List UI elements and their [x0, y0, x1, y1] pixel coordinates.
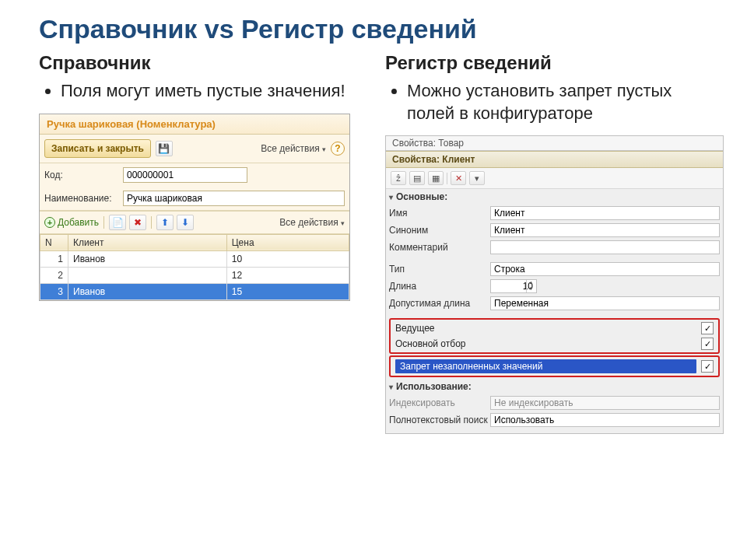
window-title: Ручка шариковая (Номенклатура) [40, 114, 349, 135]
cell-price: 10 [226, 250, 349, 267]
prop-length-label: Длина [389, 281, 490, 292]
cell-client [68, 267, 227, 283]
prop-type-value[interactable]: Строка [490, 262, 720, 276]
chevron-down-icon[interactable]: ▾ [469, 171, 485, 185]
noempty-checkbox[interactable]: ✓ [701, 360, 714, 373]
column-header-price[interactable]: Цена [226, 234, 349, 250]
column-header-client[interactable]: Клиент [68, 234, 227, 250]
collapse-icon: ▾ [389, 193, 393, 201]
delete-icon[interactable]: ✖ [129, 215, 146, 230]
right-subtitle: Регистр сведений [385, 52, 716, 74]
group-usage-label: Использование: [396, 381, 472, 392]
left-subtitle: Справочник [39, 52, 377, 74]
cell-client: Иванов [68, 250, 227, 267]
grid-toolbar: + Добавить 📄 ✖ ⬆ ⬇ Все действия ▾ [40, 211, 349, 234]
prop-name-value[interactable]: Клиент [490, 206, 720, 220]
cell-n: 3 [40, 283, 68, 299]
prop-comment-value[interactable] [490, 240, 720, 254]
save-close-button[interactable]: Записать и закрыть [44, 139, 151, 158]
cell-client: Иванов [68, 283, 227, 299]
group-usage[interactable]: ▾ Использование: [386, 379, 723, 394]
prop-fts-label: Полнотекстовый поиск [389, 415, 490, 425]
up-icon[interactable]: ⬆ [156, 215, 174, 230]
highlight-box-noempty: Запрет незаполненных значений ✓ [389, 355, 720, 377]
column-header-n[interactable]: N [40, 234, 68, 250]
grid-all-actions-dropdown[interactable]: Все действия ▾ [279, 217, 345, 228]
leading-checkbox[interactable]: ✓ [701, 322, 714, 334]
prop-index-label: Индексировать [389, 397, 490, 408]
plus-icon: + [44, 217, 55, 228]
prop-name-label: Имя [389, 208, 490, 219]
group-main[interactable]: ▾ Основные: [386, 189, 723, 205]
save-icon[interactable]: 💾 [156, 141, 173, 156]
code-label: Код: [44, 170, 118, 180]
cell-n: 1 [40, 250, 68, 267]
tab-goods[interactable]: Свойства: Товар [386, 136, 723, 151]
mainfilter-checkbox[interactable]: ✓ [701, 338, 714, 350]
categorize-icon[interactable]: ▤ [409, 171, 425, 185]
sort-icon[interactable]: ẑ [391, 171, 406, 185]
prop-allowedlen-value[interactable]: Переменная [490, 296, 720, 310]
noempty-label: Запрет незаполненных значений [395, 359, 696, 373]
chevron-down-icon: ▾ [322, 145, 326, 153]
prop-length-value[interactable]: 10 ▲▼ [490, 279, 537, 293]
properties-palette: Свойства: Товар Свойства: Клиент ẑ ▤ ▦ ✕… [385, 135, 724, 434]
prop-index-value: Не индексировать [490, 396, 720, 410]
prop-type-label: Тип [389, 264, 490, 275]
all-actions-dropdown[interactable]: Все действия ▾ [261, 143, 326, 154]
grid-all-actions-label: Все действия [279, 217, 338, 228]
add-button[interactable]: + Добавить [44, 217, 99, 228]
prop-allowedlen-label: Допустимая длина [389, 298, 490, 309]
clear-icon[interactable]: ✕ [451, 171, 466, 185]
name-input[interactable] [123, 191, 345, 206]
filter-icon[interactable]: ▦ [428, 171, 444, 185]
all-actions-label: Все действия [261, 143, 319, 154]
add-label: Добавить [58, 217, 99, 228]
directory-window: Ручка шариковая (Номенклатура) Записать … [39, 114, 350, 301]
prop-comment-label: Комментарий [389, 242, 490, 253]
prop-fts-value[interactable]: Использовать [490, 413, 720, 427]
collapse-icon: ▾ [389, 383, 393, 391]
name-label: Наименование: [44, 193, 118, 204]
data-grid[interactable]: N Клиент Цена 1Иванов102123Иванов15 [40, 234, 349, 300]
cell-n: 2 [40, 267, 68, 283]
palette-toolbar: ẑ ▤ ▦ ✕ ▾ [386, 168, 723, 189]
table-row[interactable]: 3Иванов15 [40, 283, 349, 299]
code-input[interactable] [123, 167, 247, 183]
left-bullet: Поля могут иметь пустые значения! [61, 80, 377, 103]
right-bullets: Можно установить запрет пустых полей в к… [385, 80, 716, 124]
group-main-label: Основные: [396, 191, 447, 202]
table-row[interactable]: 212 [40, 267, 349, 283]
left-bullets: Поля могут иметь пустые значения! [39, 80, 377, 103]
chevron-down-icon: ▾ [341, 219, 345, 227]
spinner-icon[interactable]: ▲▼ [526, 280, 535, 292]
right-bullet: Можно установить запрет пустых полей в к… [407, 80, 716, 124]
down-icon[interactable]: ⬇ [177, 215, 194, 230]
mainfilter-label: Основной отбор [395, 338, 696, 349]
table-row[interactable]: 1Иванов10 [40, 250, 349, 267]
copy-icon[interactable]: 📄 [109, 215, 126, 230]
prop-synonym-value[interactable]: Клиент [490, 223, 720, 237]
toolbar: Записать и закрыть 💾 Все действия ▾ ? [40, 135, 349, 163]
slide-title: Справочник vs Регистр сведений [39, 14, 747, 44]
prop-synonym-label: Синоним [389, 225, 490, 236]
highlight-box-leading: Ведущее ✓ Основной отбор ✓ [389, 318, 720, 354]
leading-label: Ведущее [395, 323, 696, 334]
cell-price: 12 [226, 267, 349, 283]
tab-client[interactable]: Свойства: Клиент [386, 151, 723, 168]
help-button[interactable]: ? [331, 142, 345, 156]
cell-price: 15 [226, 283, 349, 299]
